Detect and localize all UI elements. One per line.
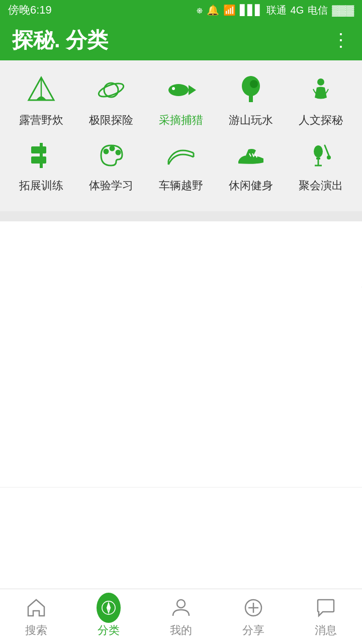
signal-icon: ▋▋▋ (240, 4, 262, 16)
category-hiking[interactable]: 游山玩水 (221, 72, 281, 128)
category-picking[interactable]: 采摘捕猎 (151, 72, 211, 128)
nav-share-label: 分享 (242, 623, 264, 638)
planet-icon (94, 72, 129, 108)
tent-icon (24, 72, 59, 108)
svg-point-4 (168, 84, 189, 96)
mic-icon (303, 138, 338, 173)
battery-icon: ▓▓▓ (332, 5, 354, 16)
nav-message-label: 消息 (315, 623, 337, 638)
nav-share[interactable]: 分享 (223, 596, 284, 638)
nav-search[interactable]: 搜索 (6, 596, 66, 638)
bluetooth-icon: ⎈ (197, 5, 203, 16)
svg-point-10 (317, 78, 324, 86)
svg-point-9 (250, 80, 258, 88)
extreme-label: 极限探险 (89, 113, 133, 128)
culture-label: 人文探秘 (299, 113, 343, 128)
category-learning[interactable]: 体验学习 (81, 138, 141, 193)
nav-mine-label: 我的 (170, 623, 192, 638)
hiking-label: 游山玩水 (229, 113, 273, 128)
svg-rect-12 (31, 146, 46, 153)
status-icons: ⎈ 🔔 📶 ▋▋▋ 联通 4G 电信 ▓▓▓ (197, 4, 354, 17)
category-training[interactable]: 拓展训练 (11, 138, 71, 193)
svg-rect-8 (249, 95, 253, 102)
shoe-icon (233, 138, 268, 173)
fish-icon (163, 72, 199, 108)
app-header: 探秘. 分类 ⋮ (0, 20, 362, 60)
party-label: 聚会演出 (299, 178, 343, 193)
nav-message[interactable]: 消息 (296, 596, 356, 638)
svg-marker-30 (107, 606, 111, 612)
nav-mine[interactable]: 我的 (151, 596, 211, 638)
compass-icon (97, 596, 121, 620)
category-fitness[interactable]: 休闲健身 (221, 138, 281, 193)
plus-circle-icon (241, 596, 265, 620)
svg-rect-13 (31, 156, 46, 164)
category-row-1: 露营野炊 极限探险 采 (0, 72, 362, 128)
categories-section: 露营野炊 极限探险 采 (0, 60, 362, 211)
category-offroad[interactable]: 车辆越野 (151, 138, 211, 193)
activity-list: 周日泥河骑行 山东省潍坊市奎文区樱前街与高新..1KM 潍坊市区乘76路公交车至… (0, 221, 362, 644)
svg-marker-5 (189, 85, 196, 95)
person-icon (169, 596, 193, 620)
svg-point-15 (110, 146, 114, 150)
activity-item[interactable]: 周日泥河骑行 山东省潍坊市奎文区樱前街与高新..1KM 潍坊市区乘76路公交车至… (0, 221, 362, 488)
category-party[interactable]: 聚会演出 (291, 138, 351, 193)
svg-point-14 (104, 149, 108, 153)
bell-icon: 🔔 (207, 4, 219, 16)
status-time: 傍晚6:19 (8, 3, 52, 18)
buddha-icon (303, 72, 338, 108)
chat-icon (314, 596, 338, 620)
palette-icon (94, 138, 129, 173)
tree-icon (233, 72, 268, 108)
status-bar: 傍晚6:19 ⎈ 🔔 📶 ▋▋▋ 联通 4G 电信 ▓▓▓ (0, 0, 362, 20)
wifi-icon: 📶 (223, 4, 236, 16)
svg-point-6 (172, 87, 175, 90)
network-label: 4G (291, 5, 304, 16)
more-menu-button[interactable]: ⋮ (332, 30, 350, 51)
home-icon (24, 596, 48, 620)
nav-category-label: 分类 (98, 623, 120, 638)
carrier2-label: 电信 (308, 4, 328, 17)
category-extreme[interactable]: 极限探险 (81, 72, 141, 128)
nav-search-label: 搜索 (25, 623, 47, 638)
svg-point-22 (314, 145, 323, 157)
learning-label: 体验学习 (89, 178, 133, 193)
carrier-label: 联通 (266, 4, 287, 17)
category-culture[interactable]: 人文探秘 (291, 72, 351, 128)
section-divider (0, 211, 362, 221)
svg-rect-23 (316, 157, 320, 159)
offroad-label: 车辆越野 (159, 178, 203, 193)
sign-icon (24, 138, 59, 173)
svg-point-16 (116, 150, 120, 154)
nav-category[interactable]: 分类 (78, 596, 139, 638)
training-label: 拓展训练 (19, 178, 63, 193)
page-title: 探秘. 分类 (12, 26, 108, 54)
fitness-label: 休闲健身 (229, 178, 273, 193)
svg-point-31 (177, 600, 185, 608)
offroad-icon (163, 138, 199, 173)
svg-point-27 (327, 155, 331, 159)
camping-label: 露营野炊 (19, 113, 63, 128)
bottom-navigation: 搜索 分类 我的 (0, 589, 362, 644)
category-row-2: 拓展训练 体验学习 (0, 138, 362, 193)
picking-label: 采摘捕猎 (159, 113, 203, 128)
category-camping[interactable]: 露营野炊 (11, 72, 71, 128)
